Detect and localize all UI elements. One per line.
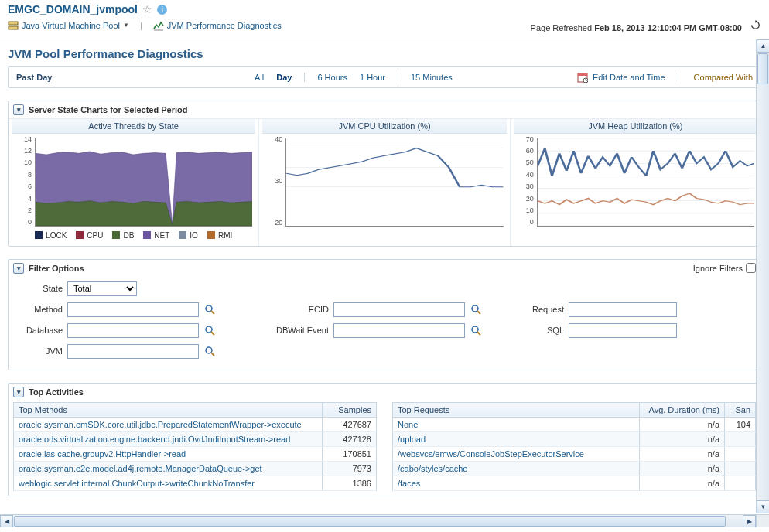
state-select[interactable]: Total xyxy=(67,281,137,296)
chart-legend: LOCKCPUDBNETIORMI xyxy=(12,227,255,241)
svg-point-25 xyxy=(472,326,478,332)
table-row[interactable]: weblogic.servlet.internal.ChunkOutput->w… xyxy=(14,476,377,490)
main-scroll-area: JVM Pool Performance Diagnostics Past Da… xyxy=(0,39,769,527)
time-day[interactable]: Day xyxy=(270,73,298,82)
edit-date-time[interactable]: Edit Date and Time xyxy=(593,73,665,82)
scroll-down-button[interactable]: ▼ xyxy=(757,500,769,513)
time-15m[interactable]: 15 Minutes xyxy=(405,73,459,82)
table-row[interactable]: oracle.sysman.emSDK.core.util.jdbc.Prepa… xyxy=(14,417,377,431)
y-axis-ticks: 706050403020100 xyxy=(514,135,534,227)
svg-point-27 xyxy=(206,347,212,353)
table-row[interactable]: /uploadn/a xyxy=(393,431,756,446)
scroll-left-button[interactable]: ◀ xyxy=(0,515,13,527)
collapse-server-charts[interactable]: ▾ xyxy=(13,104,24,115)
favorite-icon[interactable]: ☆ xyxy=(142,3,152,15)
collapse-top-activities[interactable]: ▾ xyxy=(13,387,24,397)
chart-plot-area xyxy=(285,138,503,227)
table-row[interactable]: /facesn/a xyxy=(393,476,756,490)
horizontal-scroll-thumb[interactable] xyxy=(14,516,726,527)
page-header: EMGC_DOMAIN_jvmpool ☆ i Java Virtual Mac… xyxy=(0,0,769,39)
compared-with[interactable]: Compared With xyxy=(678,73,753,82)
svg-line-26 xyxy=(477,332,480,335)
table-row[interactable]: oracle.ias.cache.groupv2.HttpHandler->re… xyxy=(14,446,377,461)
method-link[interactable]: oracle.ods.virtualization.engine.backend… xyxy=(19,435,290,444)
jvm-pool-menu[interactable]: Java Virtual Machine Pool ▼ xyxy=(8,20,129,31)
request-link[interactable]: /cabo/styles/cache xyxy=(398,464,468,473)
search-icon[interactable] xyxy=(470,303,482,315)
content: JVM Pool Performance Diagnostics Past Da… xyxy=(0,39,769,523)
top-activities-title: Top Activities xyxy=(29,387,84,397)
request-input[interactable] xyxy=(569,302,677,317)
svg-rect-4 xyxy=(578,73,587,76)
col-top-requests[interactable]: Top Requests xyxy=(393,402,640,417)
target-title[interactable]: EMGC_DOMAIN_jvmpool xyxy=(8,3,138,15)
table-row[interactable]: oracle.ods.virtualization.engine.backend… xyxy=(14,431,377,446)
table-row[interactable]: Nonen/a104 xyxy=(393,417,756,431)
scroll-right-button[interactable]: ▶ xyxy=(743,515,756,527)
time-range-label: Past Day xyxy=(16,73,94,82)
method-input[interactable] xyxy=(67,302,199,317)
col-avg-duration[interactable]: Avg. Duration (ms) xyxy=(640,402,725,417)
col-san[interactable]: San xyxy=(725,402,756,417)
database-label: Database xyxy=(16,326,63,335)
col-samples[interactable]: Samples xyxy=(323,402,377,417)
vertical-scrollbar[interactable]: ▲ ▼ xyxy=(756,39,769,513)
svg-point-19 xyxy=(206,305,212,312)
request-link[interactable]: /upload xyxy=(398,435,426,444)
time-range-panel: Past Day All Day 6 Hours 1 Hour 15 Minut… xyxy=(8,66,761,88)
table-row[interactable]: /cabo/styles/cachen/a xyxy=(393,461,756,476)
state-label: State xyxy=(16,284,63,293)
svg-point-21 xyxy=(472,305,478,312)
top-methods-table: Top Methods Samples oracle.sysman.emSDK.… xyxy=(13,402,377,491)
separator: | xyxy=(137,21,145,30)
filter-options-title: Filter Options xyxy=(29,264,84,273)
search-icon[interactable] xyxy=(203,303,216,315)
vertical-scroll-thumb[interactable] xyxy=(757,53,768,84)
collapse-filter-options[interactable]: ▾ xyxy=(13,263,24,274)
request-link[interactable]: /faces xyxy=(398,479,420,488)
time-1h[interactable]: 1 Hour xyxy=(354,73,391,82)
ignore-filters-checkbox[interactable] xyxy=(746,263,756,273)
ecid-input[interactable] xyxy=(333,302,465,317)
server-icon xyxy=(8,20,19,31)
ignore-filters[interactable]: Ignore Filters xyxy=(693,263,756,273)
y-axis-ticks: 403020 xyxy=(262,135,282,227)
method-link[interactable]: oracle.ias.cache.groupv2.HttpHandler->re… xyxy=(19,449,186,459)
time-all[interactable]: All xyxy=(248,73,270,82)
dbwait-input[interactable] xyxy=(333,323,465,338)
y-axis-ticks: 14121086420 xyxy=(12,135,32,227)
method-label: Method xyxy=(16,305,63,314)
chart-plot-area xyxy=(537,138,754,227)
table-row[interactable]: oracle.sysman.e2e.model.ad4j.remote.Mana… xyxy=(14,461,377,476)
ecid-label: ECID xyxy=(267,305,329,314)
time-6h[interactable]: 6 Hours xyxy=(311,73,354,82)
refresh-button[interactable] xyxy=(749,19,761,31)
database-input[interactable] xyxy=(67,323,199,338)
scroll-up-button[interactable]: ▲ xyxy=(757,39,769,53)
method-link[interactable]: weblogic.servlet.internal.ChunkOutput->w… xyxy=(19,479,255,488)
sql-label: SQL xyxy=(518,326,564,335)
sql-input[interactable] xyxy=(569,323,677,338)
jvm-pool-menu-label: Java Virtual Machine Pool xyxy=(22,21,120,30)
dbwait-label: DBWait Event xyxy=(267,326,329,335)
request-link[interactable]: None xyxy=(398,420,418,429)
top-requests-table: Top Requests Avg. Duration (ms) San None… xyxy=(392,402,756,491)
diagnostics-menu[interactable]: JVM Performance Diagnostics xyxy=(153,20,282,31)
table-row[interactable]: /websvcs/emws/ConsoleJobStepExecutorServ… xyxy=(393,446,756,461)
method-link[interactable]: oracle.sysman.e2e.model.ad4j.remote.Mana… xyxy=(19,464,262,473)
info-icon[interactable]: i xyxy=(157,5,167,15)
search-icon[interactable] xyxy=(203,345,216,357)
jvm-input[interactable] xyxy=(67,344,199,359)
calendar-icon xyxy=(577,72,588,83)
search-icon[interactable] xyxy=(470,324,482,336)
chevron-down-icon: ▼ xyxy=(123,22,129,29)
method-link[interactable]: oracle.sysman.emSDK.core.util.jdbc.Prepa… xyxy=(19,420,302,429)
search-icon[interactable] xyxy=(203,324,216,336)
page-refresh-info: Page Refreshed Feb 18, 2013 12:10:04 PM … xyxy=(531,19,761,32)
horizontal-scrollbar[interactable]: ◀ ▶ xyxy=(0,514,756,527)
chart-heap-utilization: JVM Heap Utilization (%) 706050403020100 xyxy=(511,119,760,246)
request-link[interactable]: /websvcs/emws/ConsoleJobStepExecutorServ… xyxy=(398,449,584,459)
col-top-methods[interactable]: Top Methods xyxy=(14,402,323,417)
svg-line-24 xyxy=(211,332,214,335)
chart-cpu-utilization: JVM CPU Utilization (%) 403020 xyxy=(259,119,510,246)
